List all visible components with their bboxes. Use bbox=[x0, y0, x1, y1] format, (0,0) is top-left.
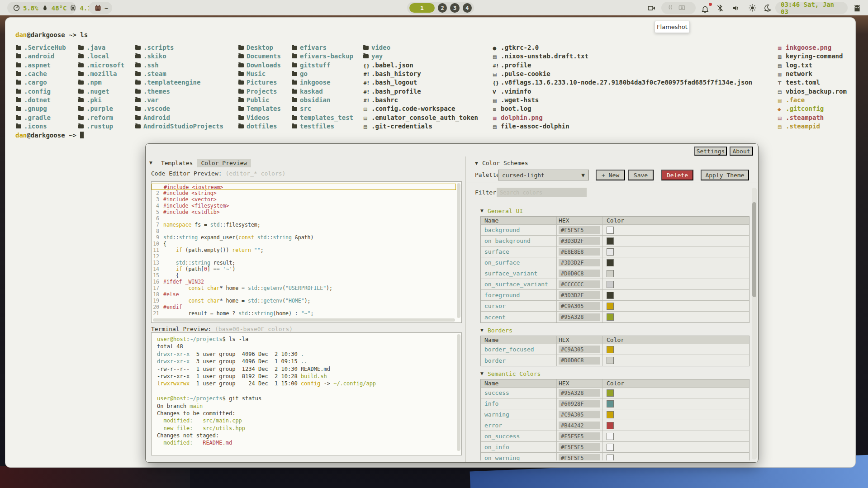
file-entry[interactable]: inkgoose bbox=[292, 78, 353, 87]
color-swatch[interactable] bbox=[607, 400, 614, 407]
color-row[interactable]: surface#E8E8E8 bbox=[481, 246, 749, 257]
file-entry[interactable]: AndroidStudioProjects bbox=[135, 122, 223, 131]
color-row[interactable]: on_surface#3D3D2F bbox=[481, 257, 749, 268]
file-entry[interactable]: testfiles bbox=[292, 122, 353, 131]
color-row[interactable]: error#B44242 bbox=[481, 420, 749, 431]
hex-value[interactable]: #C9A305 bbox=[559, 302, 600, 310]
file-entry[interactable]: .ssh bbox=[135, 61, 223, 70]
color-row[interactable]: background#F5F5F5 bbox=[481, 225, 749, 236]
recording-indicator-icon[interactable] bbox=[667, 4, 675, 12]
apply-theme-button[interactable]: Apply Theme bbox=[701, 170, 749, 180]
delete-button[interactable]: Delete bbox=[661, 170, 693, 180]
color-swatch[interactable] bbox=[607, 259, 614, 266]
file-entry[interactable]: .aspnet bbox=[16, 61, 66, 70]
workspace-1-active[interactable]: 1 bbox=[409, 3, 435, 13]
color-row[interactable]: warning#C9A305 bbox=[481, 409, 749, 420]
scrollbar-track[interactable] bbox=[752, 188, 757, 460]
terminal-badge[interactable]: ~ bbox=[89, 2, 112, 14]
file-entry[interactable]: go bbox=[292, 70, 353, 78]
clock-pill[interactable]: 03:46 Sat, Jan 03 bbox=[775, 2, 848, 14]
color-swatch[interactable] bbox=[607, 237, 614, 245]
file-entry[interactable]: .icons bbox=[16, 122, 66, 131]
hex-value[interactable]: #F5F5F5 bbox=[559, 443, 600, 451]
file-entry[interactable]: ▤.wget-hsts bbox=[493, 96, 752, 104]
color-swatch[interactable] bbox=[607, 389, 614, 397]
brightness-icon[interactable] bbox=[746, 2, 759, 14]
editor-vertical-scrollbar[interactable] bbox=[457, 183, 460, 318]
color-swatch[interactable] bbox=[607, 292, 614, 299]
collapse-icon[interactable]: ▼ bbox=[475, 161, 478, 166]
terminal-preview[interactable]: user@host:~/projects$ ls -latotal 48drwx… bbox=[151, 332, 462, 455]
color-swatch[interactable] bbox=[607, 433, 614, 440]
file-entry[interactable]: .android bbox=[16, 52, 66, 61]
file-entry[interactable]: {}.v8flags.13.6.233.10-node.27.9180b4da3… bbox=[493, 78, 752, 87]
file-entry[interactable]: #!.bash_profile bbox=[363, 87, 478, 96]
file-entry[interactable]: .cache bbox=[16, 70, 66, 78]
screen-lock-icon[interactable] bbox=[678, 4, 686, 12]
hex-value[interactable]: #E8E8E8 bbox=[559, 248, 600, 256]
notifications-icon[interactable] bbox=[699, 4, 711, 16]
color-swatch[interactable] bbox=[607, 248, 614, 256]
file-entry[interactable]: #!.profile bbox=[493, 61, 752, 70]
color-row[interactable]: foreground#3D3D2F bbox=[481, 290, 749, 301]
color-row[interactable]: surface_variant#D0D0C8 bbox=[481, 268, 749, 279]
file-entry[interactable]: ▤.emulator_console_auth_token bbox=[363, 114, 478, 122]
hex-value[interactable]: #D0D0C8 bbox=[559, 357, 600, 365]
hex-value[interactable]: #3D3D2F bbox=[559, 237, 600, 245]
file-entry[interactable]: {}.babel.json bbox=[363, 61, 478, 70]
file-entry[interactable]: Projects bbox=[238, 87, 281, 96]
color-swatch[interactable] bbox=[607, 313, 614, 321]
file-entry[interactable]: obsidian bbox=[292, 96, 353, 104]
file-entry[interactable]: .pki bbox=[78, 96, 124, 104]
file-entry[interactable]: ▦dolphin.png bbox=[493, 114, 752, 122]
file-entry[interactable]: Videos bbox=[238, 114, 281, 122]
file-entry[interactable]: Public bbox=[238, 96, 281, 104]
file-entry[interactable]: ▥network bbox=[778, 70, 847, 78]
file-entry[interactable]: templates_test bbox=[292, 114, 353, 122]
color-row[interactable]: success#95A328 bbox=[481, 388, 749, 398]
file-entry[interactable]: ▤log.txt bbox=[778, 61, 847, 70]
hex-value[interactable]: #F5F5F5 bbox=[559, 454, 600, 460]
file-entry[interactable]: Android bbox=[135, 114, 223, 122]
collapse-icon[interactable]: ▼ bbox=[149, 161, 152, 165]
color-swatch[interactable] bbox=[607, 227, 614, 234]
file-entry[interactable]: efivars-backup bbox=[292, 52, 353, 61]
file-entry[interactable]: .vscode bbox=[135, 104, 223, 113]
filter-input[interactable] bbox=[497, 188, 587, 197]
color-swatch[interactable] bbox=[607, 411, 614, 418]
terminal-preview-scrollbar[interactable] bbox=[457, 334, 460, 451]
file-entry[interactable]: Downloads bbox=[238, 61, 281, 70]
file-entry[interactable]: .purple bbox=[78, 104, 124, 113]
file-entry[interactable]: .cargo bbox=[16, 78, 66, 87]
hex-value[interactable]: #D0D0C8 bbox=[559, 270, 600, 277]
file-entry[interactable]: .dotnet bbox=[16, 96, 66, 104]
file-entry[interactable]: #!.bash_history bbox=[363, 70, 478, 78]
file-entry[interactable]: .npm bbox=[78, 78, 124, 87]
collapse-icon[interactable]: ▼ bbox=[480, 208, 484, 213]
file-entry[interactable]: .ServiceHub bbox=[16, 43, 66, 52]
file-entry[interactable]: ▤.steampid bbox=[778, 122, 847, 131]
color-swatch[interactable] bbox=[607, 346, 614, 353]
color-row[interactable]: on_background#3D3D2F bbox=[481, 236, 749, 246]
file-entry[interactable]: ▤vbios_backup.rom bbox=[778, 87, 847, 96]
collapse-icon[interactable]: ▼ bbox=[480, 371, 484, 376]
screen-record-icon[interactable] bbox=[645, 2, 658, 14]
file-entry[interactable]: efivars bbox=[292, 43, 353, 52]
editor-horizontal-scrollbar[interactable] bbox=[153, 318, 455, 322]
file-entry[interactable]: kaskad bbox=[292, 87, 353, 96]
color-row[interactable]: border#D0D0C8 bbox=[481, 355, 749, 366]
tab-color-preview[interactable]: Color Preview bbox=[197, 159, 251, 167]
file-entry[interactable]: V.viminfo bbox=[493, 87, 752, 96]
hex-value[interactable]: #C9A305 bbox=[559, 411, 600, 418]
file-entry[interactable]: .var bbox=[135, 96, 223, 104]
palette-dropdown[interactable]: cursed-light ▼ bbox=[498, 170, 589, 180]
color-row[interactable]: accent#95A328 bbox=[481, 312, 749, 322]
file-entry[interactable]: ▤.git-credentials bbox=[363, 122, 478, 131]
file-entry[interactable]: Documents bbox=[238, 52, 281, 61]
file-entry[interactable]: gitstuff bbox=[292, 61, 353, 70]
file-entry[interactable]: .microsoft bbox=[78, 61, 124, 70]
file-entry[interactable]: yay bbox=[363, 52, 478, 61]
file-entry[interactable]: .reform bbox=[78, 114, 124, 122]
hex-value[interactable]: #F5F5F5 bbox=[559, 226, 600, 234]
file-entry[interactable]: Templates bbox=[238, 104, 281, 113]
